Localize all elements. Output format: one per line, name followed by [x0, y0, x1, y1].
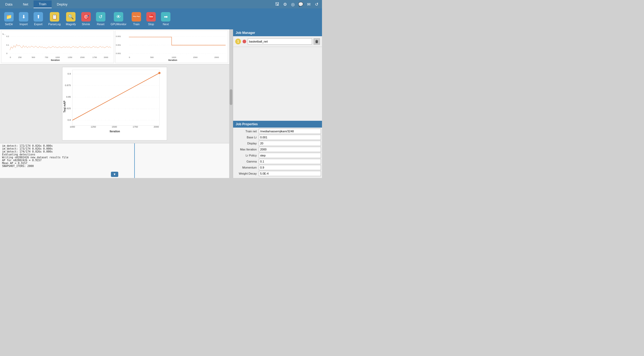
- toolbar-next[interactable]: ➡ Next: [159, 11, 173, 27]
- scrollbar-thumb[interactable]: [230, 89, 232, 105]
- prop-label-momentum: Momentum: [234, 166, 258, 169]
- svg-text:1500: 1500: [193, 56, 197, 59]
- prop-row-weightdecay: Weight Decay: [234, 171, 321, 176]
- toolbar-stop[interactable]: ⛔ Stop: [144, 11, 158, 27]
- svg-text:1500: 1500: [112, 125, 117, 128]
- svg-text:0.001: 0.001: [116, 52, 121, 55]
- svg-text:1500: 1500: [80, 56, 84, 59]
- svg-text:2000: 2000: [214, 56, 219, 59]
- log-vline: [134, 143, 135, 178]
- chart-lr: 0.001 0.001 0.001 0 500 1000 1500 2000 I…: [115, 30, 228, 63]
- svg-text:0.825: 0.825: [65, 107, 71, 110]
- svg-text:250: 250: [18, 56, 22, 59]
- chart-left-title: Tr...: [2, 33, 6, 35]
- svg-text:1750: 1750: [133, 125, 138, 128]
- tab-net[interactable]: Net: [18, 1, 33, 8]
- toolbar-setdir[interactable]: 📁 SetDir: [2, 11, 16, 27]
- toolbar-train[interactable]: 〜〜 Train: [130, 11, 143, 27]
- import-label: Import: [19, 23, 28, 26]
- delete-job-button[interactable]: 🗑: [314, 38, 320, 45]
- svg-text:0.1: 0.1: [6, 44, 9, 46]
- svg-text:0.001: 0.001: [116, 35, 121, 38]
- svg-text:1750: 1750: [92, 56, 97, 59]
- svg-text:0.2: 0.2: [6, 35, 9, 38]
- svg-text:0.001: 0.001: [116, 44, 121, 46]
- log-line-6: Mean AP = 0.9157: [2, 162, 227, 165]
- mail-icon[interactable]: ✉: [306, 1, 312, 7]
- log-area: im_detect: 172/174 0.026s 0.000s im_dete…: [0, 143, 229, 178]
- svg-text:2000: 2000: [154, 125, 159, 128]
- setdir-label: SetDir: [5, 23, 13, 26]
- prop-row-lrpolicy: Lr Policy: [234, 153, 321, 158]
- toolbar-magnify[interactable]: 🔍 Magnify: [64, 11, 78, 27]
- tab-deploy[interactable]: Deploy: [52, 1, 73, 8]
- chat-icon[interactable]: 💬: [298, 1, 304, 7]
- toolbar-shrink[interactable]: 🎯 Shrink: [79, 11, 93, 27]
- prop-value-weightdecay[interactable]: [259, 171, 321, 176]
- svg-text:Iteration: Iteration: [110, 130, 120, 133]
- job-manager-spacer: [233, 47, 322, 121]
- log-line-4: Writing n02802426 new_dataset results fi…: [2, 156, 227, 159]
- log-line-5: AP for n02802426 = 0.9157: [2, 159, 227, 162]
- prop-row-baselr: Base Lr: [234, 135, 321, 140]
- toolbar-export[interactable]: ⬆ Export: [31, 11, 45, 27]
- prop-value-gamma[interactable]: [259, 159, 321, 164]
- import-icon: ⬇: [19, 12, 28, 22]
- prop-value-display[interactable]: [259, 141, 321, 146]
- toolbar-parselog[interactable]: 📋 ParseLog: [46, 11, 63, 27]
- prop-value-lrpolicy[interactable]: [259, 153, 321, 158]
- prop-label-maxiter: Max Iteration: [234, 148, 258, 151]
- svg-rect-45: [72, 70, 159, 125]
- svg-text:1000: 1000: [70, 125, 75, 128]
- job-name-input[interactable]: [248, 38, 312, 45]
- toolbar-import[interactable]: ⬇ Import: [17, 11, 30, 27]
- svg-text:0.85: 0.85: [66, 96, 71, 98]
- magnify-label: Magnify: [66, 23, 76, 26]
- prop-value-maxiter[interactable]: [259, 147, 321, 152]
- charts-top: Tr... 0.2 0.1 0 0 250 500 750 1000 1250 …: [0, 29, 229, 64]
- svg-text:0: 0: [6, 52, 7, 55]
- export-icon: ⬆: [34, 12, 43, 22]
- prop-value-baselr[interactable]: [259, 135, 321, 140]
- target-icon[interactable]: ◎: [290, 1, 296, 7]
- svg-text:0.8: 0.8: [67, 119, 71, 121]
- prop-label-baselr: Base Lr: [234, 136, 258, 139]
- job-properties-header: Job Properties: [233, 121, 322, 128]
- toolbar-gpumonitor[interactable]: 👁 GPUMonitor: [109, 11, 129, 27]
- center-chart-area: Test mAP 0.9 0.875 0.85 0.825 0.8 1000 1…: [0, 64, 229, 143]
- train-icon: 〜〜: [132, 12, 141, 22]
- prop-value-trainnet[interactable]: [259, 129, 321, 134]
- prop-row-display: Display: [234, 141, 321, 146]
- prop-row-trainnet: Train net: [234, 129, 321, 134]
- refresh-icon[interactable]: ↺: [314, 1, 319, 7]
- prop-label-trainnet: Train net: [234, 130, 258, 133]
- log-line-2: im_detect: 174/174 0.026s 0.000s: [2, 150, 227, 153]
- svg-text:1250: 1250: [91, 125, 96, 128]
- next-icon: ➡: [161, 12, 170, 22]
- nav-right-icons: 🖫 ⚙ ◎ 💬 ✉ ↺: [274, 1, 322, 7]
- prop-label-display: Display: [234, 142, 258, 145]
- toolbar-reset[interactable]: ↺ Reset: [94, 11, 108, 27]
- nav-tabs: Data Net Train Deploy 🖫 ⚙ ◎ 💬 ✉ ↺: [0, 0, 322, 8]
- right-panel: Job Manager 1 🗑 Job Properties Train net…: [233, 29, 322, 178]
- content-area: Tr... 0.2 0.1 0 0 250 500 750 1000 1250 …: [0, 29, 229, 178]
- tab-train[interactable]: Train: [34, 1, 52, 8]
- stop-label: Stop: [148, 23, 154, 26]
- main-chart: Test mAP 0.9 0.875 0.85 0.825 0.8 1000 1…: [62, 67, 167, 140]
- prop-label-gamma: Gamma: [234, 160, 258, 163]
- scrollbar[interactable]: [229, 29, 233, 178]
- scroll-down-button[interactable]: ▼: [111, 172, 118, 177]
- svg-text:1000: 1000: [55, 56, 60, 59]
- shrink-label: Shrink: [82, 23, 90, 26]
- svg-text:0: 0: [129, 56, 130, 59]
- prop-value-momentum[interactable]: [259, 165, 321, 170]
- svg-text:0.875: 0.875: [65, 84, 71, 87]
- svg-text:0: 0: [10, 56, 11, 59]
- next-label: Next: [163, 23, 169, 26]
- tab-data[interactable]: Data: [0, 1, 18, 8]
- save-icon[interactable]: 🖫: [274, 1, 280, 7]
- svg-text:Iteration: Iteration: [51, 59, 60, 61]
- settings-icon[interactable]: ⚙: [282, 1, 288, 7]
- prop-row-maxiter: Max Iteration: [234, 147, 321, 152]
- gpumonitor-icon: 👁: [114, 12, 123, 22]
